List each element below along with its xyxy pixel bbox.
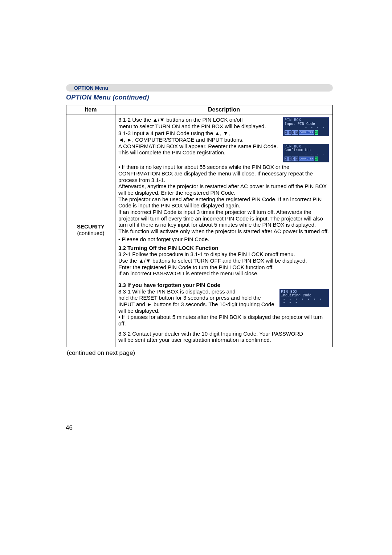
text-nokey: • If there is no key input for about 55 … [118, 164, 330, 183]
key-right-icon: > [288, 157, 291, 161]
pin-box-confirmation: PIN BOX Confirmation - - - - <>∧∨COMPUTE… [283, 144, 329, 163]
text-321a: 3.2-1 Follow the procedure in 3.1-1 to d… [118, 251, 330, 258]
description-cell: PIN BOX Input PIN Code - - - - <>∧∨COMPU… [115, 114, 333, 347]
key-left-icon: < [285, 157, 288, 161]
menu-bar: OPTION Menu [66, 84, 333, 92]
text-incorrect3: If an incorrect PIN Code is input 3 time… [118, 209, 330, 228]
key-left-icon: < [285, 130, 288, 135]
page-number: 46 [66, 424, 73, 432]
heading-33: 3.3 If you have forgotten your PIN Code [118, 282, 330, 288]
text-enterreg: Enter the registered PIN Code to turn th… [118, 264, 330, 271]
item-sub: (continued) [69, 230, 112, 236]
text-332: 3.3-2 Contact your dealer with the 10-di… [118, 331, 330, 337]
item-name: SECURITY [69, 223, 112, 230]
pin-box-inquiring: PIN BOX Inquiring Code * * * * * * * * *… [279, 289, 329, 307]
header-desc: Description [115, 105, 333, 114]
text-pass5: • If it passes for about 5 minutes after… [118, 314, 330, 327]
key-up-icon: ∧ [292, 157, 295, 161]
text-313b: ◄, ►, COMPUTER/STORAGE and INPUT buttons… [118, 137, 330, 143]
heading-32: 3.2 Turning Off the PIN LOCK Function [118, 245, 330, 251]
pinbox-dashes: - - - - [285, 126, 327, 130]
key-down-icon: ∨ [295, 130, 298, 135]
pinbox2-keys: <>∧∨COMPUTER⏎ [285, 157, 327, 161]
header-item: Item [66, 105, 115, 114]
text-usedafter: The projector can be used after entering… [118, 196, 330, 209]
key-right-icon: > [288, 130, 291, 135]
pinbox-keys: <>∧∨COMPUTER⏎ [285, 130, 327, 135]
key-enter-icon: ⏎ [315, 157, 318, 161]
pinbox3-line: Inquiring Code [281, 294, 327, 298]
section-title: OPTION Menu (continued) [66, 94, 333, 101]
continued-note: (continued on next page) [67, 349, 333, 357]
key-enter-icon: ⏎ [315, 130, 318, 135]
key-computer: COMPUTER [299, 130, 314, 135]
text-wrongpass: If an incorrect PASSWORD is entered the … [118, 270, 330, 277]
text-forget: • Please do not forget your PIN Code. [118, 236, 330, 243]
pinbox2-dashes: - - - - [285, 153, 327, 157]
text-332b: will be sent after your user registratio… [118, 337, 330, 343]
text-321b: Use the ▲/▼ buttons to select TURN OFF a… [118, 258, 330, 264]
option-table: Item Description SECURITY (continued) PI… [66, 105, 333, 347]
text-activate: This function will activate only when th… [118, 228, 330, 235]
pin-box-input: PIN BOX Input PIN Code - - - - <>∧∨COMPU… [283, 117, 329, 136]
key-computer: COMPUTER [299, 157, 314, 161]
pinbox-title: PIN BOX [285, 118, 327, 122]
item-cell: SECURITY (continued) [66, 114, 115, 347]
key-down-icon: ∨ [295, 157, 298, 161]
pinbox3-stars: * * * * * * * * * * [281, 299, 327, 306]
key-up-icon: ∧ [292, 130, 295, 135]
text-afterwards: Afterwards, anytime the projector is res… [118, 183, 330, 196]
